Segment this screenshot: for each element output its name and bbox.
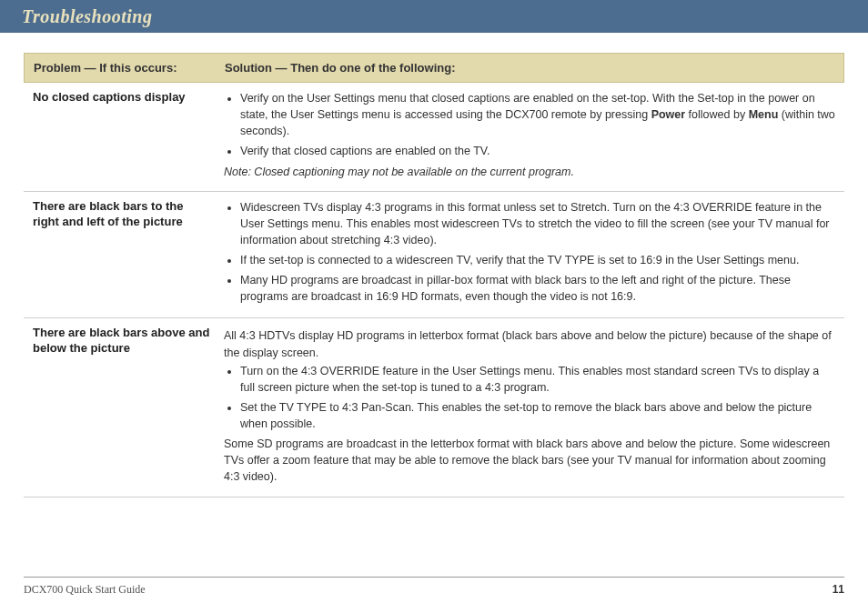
- outro-text: Some SD programs are broadcast in the le…: [224, 436, 835, 485]
- table-row: No closed captions display Verify on the…: [24, 83, 844, 192]
- problem-cell: There are black bars above and below the…: [33, 326, 224, 487]
- bold-text: Menu: [749, 108, 779, 121]
- bullet-list: Widescreen TVs display 4:3 programs in t…: [224, 199, 835, 306]
- solution-cell: Widescreen TVs display 4:3 programs in t…: [224, 199, 835, 309]
- list-item: Turn on the 4:3 OVERRIDE feature in the …: [240, 363, 835, 396]
- bold-text: Power: [651, 108, 686, 121]
- bullet-list: Verify on the User Settings menu that cl…: [224, 90, 835, 160]
- solution-cell: Verify on the User Settings menu that cl…: [224, 90, 835, 182]
- list-item: Many HD programs are broadcast in pillar…: [240, 272, 835, 305]
- list-item: Set the TV TYPE to 4:3 Pan-Scan. This en…: [240, 399, 835, 432]
- table-header: Problem — If this occurs: Solution — The…: [24, 53, 844, 83]
- problem-cell: There are black bars to the right and le…: [33, 199, 224, 309]
- list-item: Verify that closed captions are enabled …: [240, 143, 835, 159]
- footer: DCX700 Quick Start Guide 11: [24, 577, 844, 597]
- list-item: Widescreen TVs display 4:3 programs in t…: [240, 199, 835, 248]
- content-area: Problem — If this occurs: Solution — The…: [0, 33, 868, 497]
- table-header-problem: Problem — If this occurs:: [34, 61, 225, 75]
- bullet-list: Turn on the 4:3 OVERRIDE feature in the …: [224, 363, 835, 433]
- list-item: Verify on the User Settings menu that cl…: [240, 90, 835, 139]
- table-row: There are black bars to the right and le…: [24, 192, 844, 319]
- text: followed by: [685, 108, 748, 121]
- page-title: Troubleshooting: [22, 6, 152, 27]
- note-text: Note: Closed captioning may not be avail…: [224, 164, 835, 180]
- page-number: 11: [833, 583, 844, 597]
- table-row: There are black bars above and below the…: [24, 318, 844, 497]
- intro-text: All 4:3 HDTVs display HD programs in let…: [224, 327, 835, 360]
- footer-doc-title: DCX700 Quick Start Guide: [24, 583, 146, 597]
- problem-cell: No closed captions display: [33, 90, 224, 182]
- page: Troubleshooting Problem — If this occurs…: [0, 0, 868, 613]
- table-header-solution: Solution — Then do one of the following:: [225, 61, 834, 75]
- header-bar: Troubleshooting: [0, 0, 868, 33]
- solution-cell: All 4:3 HDTVs display HD programs in let…: [224, 326, 835, 487]
- list-item: If the set-top is connected to a widescr…: [240, 252, 835, 268]
